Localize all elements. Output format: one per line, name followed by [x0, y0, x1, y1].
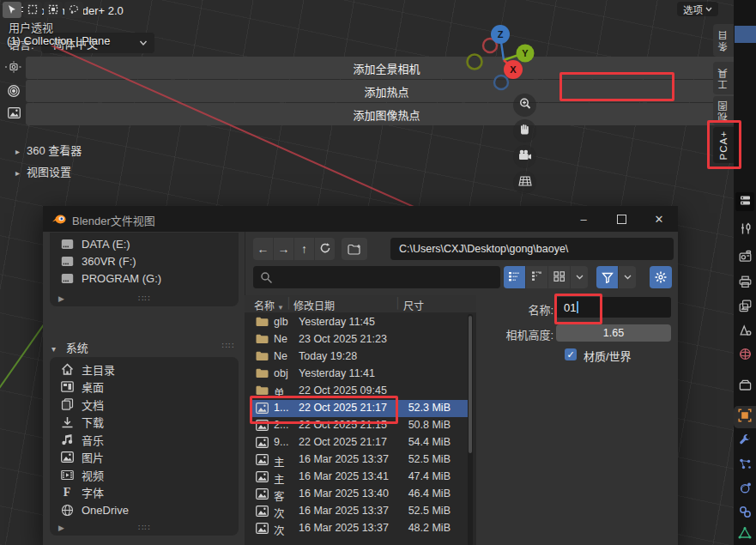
axis-neg-z-handle[interactable]: [494, 76, 508, 89]
chevron-down-icon: [576, 275, 584, 280]
settings-button[interactable]: [650, 266, 672, 288]
minimize-button[interactable]: –: [565, 206, 602, 232]
maximize-button[interactable]: [602, 206, 640, 232]
system-item[interactable]: 图片: [60, 449, 227, 466]
close-button[interactable]: ✕: [640, 206, 678, 232]
properties-tab[interactable]: [734, 272, 756, 294]
file-row[interactable]: 次 16 Mar 2025 13:37 48.2 MiB: [250, 520, 471, 537]
music-icon: [60, 433, 74, 445]
file-row[interactable]: 9... 22 Oct 2025 21:17 54.4 MiB: [250, 434, 471, 451]
column-date[interactable]: 修改日期: [293, 298, 335, 312]
properties-tab[interactable]: [734, 502, 756, 524]
file-row[interactable]: obj Yesterday 11:41: [250, 366, 471, 383]
properties-tab[interactable]: [734, 523, 756, 545]
properties-tab[interactable]: [734, 296, 756, 318]
view-mode-thumbnails[interactable]: [548, 266, 571, 288]
forward-button[interactable]: →: [274, 238, 294, 260]
file-row[interactable]: glb Yesterday 11:45: [250, 314, 471, 331]
options-dropdown[interactable]: 选项: [677, 2, 718, 16]
display-mode-group: [504, 266, 588, 288]
material-world-checkbox[interactable]: ✓: [565, 348, 577, 360]
properties-tab[interactable]: [734, 454, 756, 476]
refresh-button[interactable]: [315, 238, 335, 260]
select-tool-button[interactable]: [64, 2, 83, 18]
system-item[interactable]: 主目录: [60, 360, 227, 378]
camera-view-button[interactable]: [513, 145, 536, 168]
file-row[interactable]: Ne 23 Oct 2025 21:23: [250, 331, 471, 348]
filter-options-chevron[interactable]: [619, 266, 636, 288]
select-tool-button[interactable]: [23, 2, 42, 18]
thumbnails-icon: [553, 269, 565, 285]
file-date: Yesterday 11:45: [299, 316, 375, 328]
toggle-ortho-button[interactable]: [513, 171, 536, 194]
folder-icon: [256, 317, 269, 330]
file-row[interactable]: Ne Today 19:28: [250, 348, 471, 366]
properties-tab[interactable]: [734, 375, 756, 397]
volume-item[interactable]: DATA (E:): [60, 235, 227, 252]
axis-neg-y-handle[interactable]: [468, 55, 482, 70]
select-tool-button[interactable]: [3, 2, 21, 18]
grip-dots-icon[interactable]: ∷∷: [138, 294, 151, 303]
path-field[interactable]: C:\Users\CXJ\Desktop\gong\baoye\: [390, 238, 674, 260]
operator-button[interactable]: 添加图像热点: [26, 103, 747, 125]
chevron-right-icon: ▸: [15, 147, 20, 156]
axis-y-label: Y: [522, 48, 529, 58]
dialog-titlebar[interactable]: Blender文件视图 – ✕: [43, 206, 678, 232]
navigation-gizmo[interactable]: Z Y X: [463, 22, 542, 101]
system-section-header[interactable]: ▾ 系统: [51, 339, 88, 354]
pan-button[interactable]: [513, 119, 536, 142]
file-row[interactable]: 客 16 Mar 2025 13:40 46.4 MiB: [250, 486, 471, 503]
expand-arrow-icon[interactable]: ▶: [58, 294, 64, 303]
system-item[interactable]: OneDrive: [60, 501, 227, 518]
properties-tab[interactable]: [734, 430, 756, 452]
back-button[interactable]: ←: [253, 238, 274, 260]
camera-height-field[interactable]: 1.65: [556, 324, 671, 342]
panel-section-header[interactable]: ▸视图设置: [15, 163, 71, 179]
file-name: 主: [274, 453, 296, 469]
sidebar-tab-工具[interactable]: 工具: [713, 62, 734, 94]
up-button[interactable]: ↑: [294, 238, 315, 260]
axis-x-label: X: [510, 64, 517, 75]
select-tool-button[interactable]: [44, 2, 63, 18]
zoom-button[interactable]: [513, 94, 536, 117]
properties-tab[interactable]: [734, 406, 756, 428]
constraint-icon: [739, 506, 752, 522]
column-name[interactable]: 名称▼: [254, 298, 284, 312]
system-item[interactable]: F字体: [60, 484, 227, 501]
world-icon: [739, 348, 752, 364]
file-row[interactable]: 主 16 Mar 2025 13:41 47.4 MiB: [250, 469, 471, 486]
volume-item[interactable]: PROGRAM (G:): [60, 269, 227, 287]
filter-button[interactable]: [596, 266, 619, 288]
properties-tab[interactable]: [734, 246, 756, 269]
view-layer-icon: [739, 300, 752, 316]
new-folder-button[interactable]: [342, 238, 367, 260]
sidebar-tab-条目[interactable]: 条目: [713, 24, 734, 57]
system-item[interactable]: 下载: [60, 414, 227, 431]
properties-tab[interactable]: [734, 478, 756, 500]
view-mode-chevron[interactable]: [571, 266, 588, 288]
file-list-scrollbar[interactable]: [468, 314, 473, 545]
panel-header[interactable]: ▾ PanoCamAdder+ 2.0 ∷∷: [0, 3, 756, 21]
panel-section-header[interactable]: ▸360 查看器: [15, 142, 82, 157]
column-size[interactable]: 尺寸: [403, 298, 424, 312]
properties-tab[interactable]: [734, 219, 756, 241]
properties-tab[interactable]: [734, 320, 756, 342]
expand-arrow-icon[interactable]: ▶: [58, 524, 64, 532]
properties-tab[interactable]: [734, 344, 756, 366]
file-row[interactable]: 次 16 Mar 2025 13:37 52.5 MiB: [250, 503, 471, 520]
editor-type-button[interactable]: [735, 192, 754, 211]
gear-icon: [655, 271, 667, 283]
list-vertical-icon: [509, 269, 521, 285]
file-date: 16 Mar 2025 13:37: [299, 522, 389, 534]
system-item[interactable]: 视频: [60, 466, 227, 483]
system-item[interactable]: 音乐: [60, 431, 227, 448]
grip-dots-icon[interactable]: ∷∷: [221, 341, 234, 350]
grip-dots-icon[interactable]: ∷∷: [138, 523, 151, 532]
file-row[interactable]: 主 16 Mar 2025 13:37 52.5 MiB: [250, 451, 471, 469]
system-item[interactable]: 文档: [60, 396, 227, 413]
view-mode-vertical-list[interactable]: [504, 266, 526, 288]
volume-item[interactable]: 360VR (F:): [60, 252, 227, 269]
system-item[interactable]: 桌面: [60, 378, 227, 396]
view-mode-horizontal-list[interactable]: [526, 266, 548, 288]
search-input[interactable]: [253, 266, 500, 288]
